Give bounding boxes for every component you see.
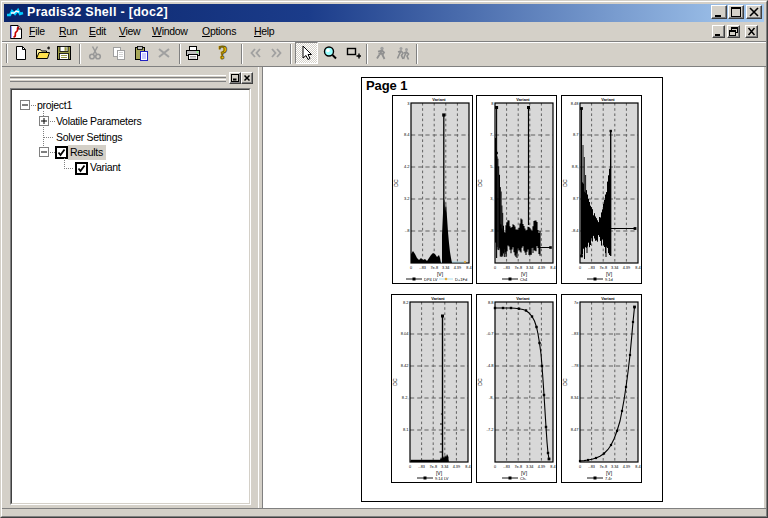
svg-text:-8,: -8, — [489, 395, 494, 400]
svg-text:0: 0 — [494, 465, 496, 469]
svg-text:8.34: 8.34 — [571, 395, 580, 400]
svg-text:0: 0 — [410, 266, 412, 270]
svg-text:D+1Fd: D+1Fd — [455, 277, 467, 282]
svg-text:3.34: 3.34 — [611, 266, 618, 270]
svg-text:-7.2: -7.2 — [487, 427, 495, 432]
svg-text:Variant: Variant — [516, 97, 530, 102]
svg-text:5.: 5. — [490, 164, 493, 169]
svg-text:7e: 7e — [574, 300, 579, 305]
svg-text:8.4: 8.4 — [404, 132, 410, 137]
svg-text:0: 0 — [579, 266, 581, 270]
svg-text:8.47: 8.47 — [571, 427, 580, 432]
svg-text:-.83: -.83 — [503, 266, 510, 270]
svg-text:-.83: -.83 — [572, 331, 580, 336]
svg-text:-.83: -.83 — [588, 266, 595, 270]
svg-text:7e-8: 7e-8 — [429, 465, 437, 469]
svg-text:3.34: 3.34 — [611, 465, 618, 469]
svg-text:8.4: 8.4 — [635, 465, 640, 469]
svg-text:9.14 LV: 9.14 LV — [435, 476, 449, 481]
svg-text:7e-8: 7e-8 — [599, 465, 607, 469]
svg-text:[V]: [V] — [437, 271, 444, 277]
svg-text:3.2: 3.2 — [404, 196, 410, 201]
svg-text:Variant: Variant — [601, 97, 615, 102]
svg-text:8.4: 8.4 — [466, 266, 471, 270]
svg-text:?: ? — [218, 45, 228, 61]
svg-text:DC: DC — [477, 179, 483, 187]
svg-text:4.39: 4.39 — [623, 266, 630, 270]
svg-text:Ch4: Ch4 — [520, 277, 528, 282]
svg-text:DC: DC — [392, 378, 398, 386]
svg-text:0: 0 — [579, 465, 581, 469]
svg-text:8.48: 8.48 — [571, 101, 580, 106]
svg-text:7.4r: 7.4r — [605, 476, 613, 481]
svg-text:8.4: 8.4 — [550, 266, 555, 270]
svg-text:4.39: 4.39 — [538, 465, 545, 469]
svg-text:8.7: 8.7 — [573, 132, 579, 137]
svg-text:-.83: -.83 — [588, 465, 595, 469]
svg-text:4.39: 4.39 — [454, 266, 461, 270]
svg-text:3.34: 3.34 — [526, 465, 533, 469]
svg-text:-.83: -.83 — [419, 266, 426, 270]
svg-text:7e-8: 7e-8 — [514, 266, 522, 270]
svg-text:-0.7: -0.7 — [487, 331, 495, 336]
svg-text:8.7: 8.7 — [573, 196, 579, 201]
svg-text:3.34: 3.34 — [442, 266, 449, 270]
svg-text:8.2: 8.2 — [403, 300, 409, 305]
svg-text:DC: DC — [393, 179, 399, 187]
svg-text:4.39: 4.39 — [623, 465, 630, 469]
svg-text:8.4: 8.4 — [635, 266, 640, 270]
svg-text:DP4 LV: DP4 LV — [424, 277, 438, 282]
svg-text:0: 0 — [494, 266, 496, 270]
svg-text:Variant: Variant — [516, 296, 530, 301]
svg-text:4.2: 4.2 — [404, 164, 410, 169]
svg-text:Ch-: Ch- — [520, 476, 527, 481]
svg-text:8.42: 8.42 — [401, 363, 410, 368]
svg-text:7e-8: 7e-8 — [430, 266, 438, 270]
svg-text:3.34: 3.34 — [441, 465, 448, 469]
svg-text:DC: DC — [562, 179, 568, 187]
svg-text:Variant: Variant — [432, 97, 446, 102]
svg-text:-.83: -.83 — [503, 465, 510, 469]
svg-text:0: 0 — [409, 465, 411, 469]
svg-text:7e-8: 7e-8 — [514, 465, 522, 469]
svg-text:4.39: 4.39 — [538, 266, 545, 270]
svg-text:Variant: Variant — [431, 296, 445, 301]
svg-text:-.78: -.78 — [572, 363, 580, 368]
svg-text:8.8: 8.8 — [488, 300, 494, 305]
svg-text:-4.8: -4.8 — [487, 363, 495, 368]
svg-text:8.4: 8.4 — [550, 465, 555, 469]
svg-text:-.8: -.8 — [405, 228, 410, 233]
svg-text:-8.4: -8.4 — [572, 228, 580, 233]
svg-text:8.4: 8.4 — [465, 465, 470, 469]
svg-text:-.83: -.83 — [418, 465, 425, 469]
svg-text:4.39: 4.39 — [453, 465, 460, 469]
svg-text:Variant: Variant — [601, 296, 615, 301]
svg-text:DC: DC — [562, 378, 568, 386]
svg-text:3.34: 3.34 — [526, 266, 533, 270]
svg-text:8.2,: 8.2, — [402, 395, 409, 400]
svg-text:8.1: 8.1 — [403, 427, 409, 432]
svg-text:9.1d: 9.1d — [605, 277, 613, 282]
svg-text:DC: DC — [477, 378, 483, 386]
svg-text:8.8,: 8.8, — [572, 164, 579, 169]
svg-text:8.04: 8.04 — [401, 331, 410, 336]
svg-text:7e-8: 7e-8 — [599, 266, 607, 270]
svg-text:3,: 3, — [490, 196, 493, 201]
